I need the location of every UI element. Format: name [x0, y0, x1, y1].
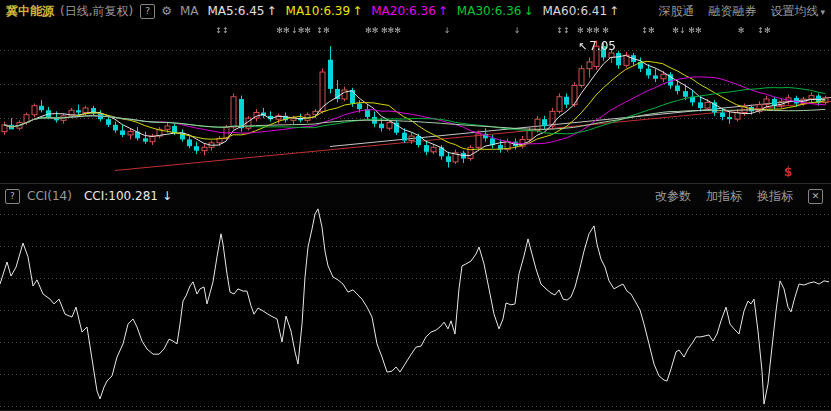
event-marker[interactable]: ✻↓ ✻✻: [672, 26, 701, 35]
event-marker[interactable]: ✻✻: [276, 26, 289, 35]
indicator-help-icon[interactable]: ?: [5, 189, 20, 204]
event-marker[interactable]: ↕↕: [556, 26, 569, 35]
add-indicator-button[interactable]: 加指标: [706, 188, 742, 205]
event-marker[interactable]: ✻✻ ✻✻✻: [365, 26, 401, 35]
event-marker[interactable]: ↓: [514, 26, 521, 35]
event-marker[interactable]: ↕✻: [757, 26, 770, 35]
chevron-down-icon: ▾: [820, 7, 825, 17]
period-label[interactable]: (日线,前复权): [60, 3, 133, 20]
ma-legend-item: MA10:6.39↑: [286, 4, 363, 18]
change-params-button[interactable]: 改参数: [655, 188, 691, 205]
arrow-down-icon: ↓: [523, 4, 533, 18]
gear-icon[interactable]: ⚙: [161, 4, 172, 18]
indicator-name[interactable]: CCI(14): [27, 189, 72, 203]
candlestick-chart[interactable]: [0, 22, 831, 183]
ma-legend-item: MA5:6.45↑: [208, 4, 277, 18]
ma-prefix-label: MA: [180, 4, 199, 18]
ma-settings-button[interactable]: 设置均线▾: [770, 3, 825, 20]
chart-toolbar: 冀中能源 (日线,前复权) ? ⚙ MA MA5:6.45↑MA10:6.39↑…: [0, 0, 831, 22]
arrow-down-icon: ↓: [162, 189, 172, 203]
arrow-up-icon: ↑: [438, 4, 448, 18]
ma-legend-item: MA30:6.36↓: [457, 4, 534, 18]
switch-indicator-button[interactable]: 换指标: [757, 188, 793, 205]
indicator-header: ? CCI(14) CCI:100.281 ↓ 改参数 加指标 换指标 ✕: [0, 183, 831, 208]
candlestick-pane: ↕↕✻✻↓✻✻↕✻✻✻ ✻✻✻↓↓↕↕✻ ✻✻ ✻↕✻✻↓ ✻✻✻↕✻ ↖7.0…: [0, 22, 831, 183]
event-marker[interactable]: ↕✻: [641, 26, 654, 35]
event-marker[interactable]: ↓: [444, 26, 451, 35]
stock-title: 冀中能源: [6, 3, 54, 20]
event-marker[interactable]: ↕↕: [215, 26, 228, 35]
cci-chart[interactable]: [0, 208, 831, 411]
arrow-up-icon: ↑: [266, 4, 276, 18]
ma-legend-item: MA20:6.36↑: [371, 4, 448, 18]
event-marker[interactable]: ↕✻: [316, 26, 329, 35]
link-hk-connect[interactable]: 深股通: [658, 3, 694, 20]
high-price-annotation: ↖7.05: [578, 39, 616, 53]
arrow-up-icon: ↑: [352, 4, 362, 18]
arrow-up-icon: ↑: [609, 4, 619, 18]
event-marker[interactable]: ↓✻✻: [291, 26, 311, 35]
indicator-value: CCI:100.281: [84, 189, 158, 203]
help-icon[interactable]: ?: [140, 4, 155, 19]
arrow-up-left-icon: ↖: [578, 40, 587, 53]
event-marker[interactable]: ✻: [738, 26, 745, 35]
ma-legend: MA5:6.45↑MA10:6.39↑MA20:6.36↑MA30:6.36↓M…: [199, 4, 620, 18]
link-margin-trading[interactable]: 融资融券: [708, 3, 756, 20]
close-icon[interactable]: ✕: [808, 189, 823, 204]
event-markers-layer: ↕↕✻✻↓✻✻↕✻✻✻ ✻✻✻↓↓↕↕✻ ✻✻ ✻↕✻✻↓ ✻✻✻↕✻: [0, 22, 831, 38]
cci-pane: [0, 208, 831, 411]
margin-trading-icon: $: [784, 165, 792, 179]
ma-legend-item: MA60:6.41↑: [543, 4, 620, 18]
high-price-label: 7.05: [589, 39, 616, 53]
event-marker[interactable]: ✻ ✻✻ ✻: [577, 26, 609, 35]
trading-app-window: 冀中能源 (日线,前复权) ? ⚙ MA MA5:6.45↑MA10:6.39↑…: [0, 0, 831, 411]
